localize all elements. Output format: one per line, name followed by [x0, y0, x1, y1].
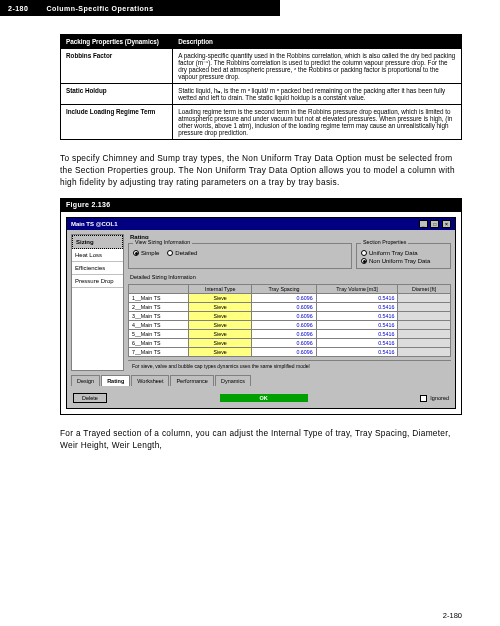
- window-controls: _ □ ×: [418, 220, 451, 228]
- body-paragraph-2: For a Trayed section of a column, you ca…: [60, 427, 462, 451]
- nav-item-sizing[interactable]: Sizing: [72, 235, 123, 249]
- grid-header: Tray Volume [m3]: [316, 285, 398, 294]
- radio-non-uniform-tray[interactable]: Non Uniform Tray Data: [361, 258, 446, 264]
- sizing-grid[interactable]: Internal Type Tray Spacing Tray Volume […: [128, 284, 451, 357]
- grid-row[interactable]: 2__Main TSSieve0.60960.5416: [129, 303, 451, 312]
- cell-diameter[interactable]: [398, 348, 451, 357]
- cell-name: 5__Main TS: [129, 330, 189, 339]
- window-title: Main TS @COL1: [71, 221, 118, 227]
- status-badge: OK: [220, 394, 308, 402]
- grid-header: Diamet [ft]: [398, 285, 451, 294]
- table-row: Static Holdup Static liquid, hₗₒ, is the…: [61, 84, 462, 105]
- cell-spacing[interactable]: 0.6096: [252, 303, 316, 312]
- table-header-desc: Description: [173, 35, 462, 49]
- cell-volume[interactable]: 0.5416: [316, 339, 398, 348]
- cell-diameter[interactable]: [398, 312, 451, 321]
- close-icon[interactable]: ×: [442, 220, 451, 228]
- prop-desc: Loading regime term is the second term i…: [173, 105, 462, 140]
- cell-type[interactable]: Sieve: [188, 312, 251, 321]
- cell-name: 3__Main TS: [129, 312, 189, 321]
- tab-performance[interactable]: Performance: [170, 375, 214, 386]
- section-properties-group: Section Properties Uniform Tray Data Non…: [356, 243, 451, 269]
- figure-frame: Main TS @COL1 _ □ × Sizing Heat Loss Eff…: [60, 211, 462, 415]
- dialog-window: Main TS @COL1 _ □ × Sizing Heat Loss Eff…: [66, 217, 456, 409]
- grid-hint: For sieve, valve and bubble cap types dy…: [128, 360, 451, 371]
- grid-header: [129, 285, 189, 294]
- section-properties-title: Section Properties: [361, 239, 408, 245]
- packing-properties-table: Packing Properties (Dynamics) Descriptio…: [60, 34, 462, 140]
- cell-diameter[interactable]: [398, 303, 451, 312]
- grid-row[interactable]: 4__Main TSSieve0.60960.5416: [129, 321, 451, 330]
- cell-name: 4__Main TS: [129, 321, 189, 330]
- cell-type[interactable]: Sieve: [188, 339, 251, 348]
- cell-type[interactable]: Sieve: [188, 303, 251, 312]
- cell-volume[interactable]: 0.5416: [316, 348, 398, 357]
- cell-name: 6__Main TS: [129, 339, 189, 348]
- checkbox-icon: [420, 395, 427, 402]
- body-paragraph-1: To specify Chimney and Sump tray types, …: [60, 152, 462, 188]
- cell-diameter[interactable]: [398, 330, 451, 339]
- cell-spacing[interactable]: 0.6096: [252, 330, 316, 339]
- radio-dot-icon: [361, 250, 367, 256]
- cell-diameter[interactable]: [398, 321, 451, 330]
- cell-volume[interactable]: 0.5416: [316, 312, 398, 321]
- detailed-sizing-label: Detailed Sizing Information: [130, 274, 451, 280]
- grid-row[interactable]: 5__Main TSSieve0.60960.5416: [129, 330, 451, 339]
- nav-item-heat-loss[interactable]: Heat Loss: [72, 249, 123, 262]
- cell-name: 2__Main TS: [129, 303, 189, 312]
- cell-type[interactable]: Sieve: [188, 348, 251, 357]
- cell-volume[interactable]: 0.5416: [316, 294, 398, 303]
- cell-type[interactable]: Sieve: [188, 294, 251, 303]
- ignored-checkbox[interactable]: Ignored: [420, 395, 449, 402]
- tab-design[interactable]: Design: [71, 375, 100, 386]
- view-sizing-group: View Sizing Information Simple Detailed: [128, 243, 352, 269]
- cell-volume[interactable]: 0.5416: [316, 303, 398, 312]
- delete-button[interactable]: Delete: [73, 393, 107, 403]
- cell-type[interactable]: Sieve: [188, 330, 251, 339]
- cell-diameter[interactable]: [398, 339, 451, 348]
- radio-detailed[interactable]: Detailed: [167, 250, 197, 256]
- radio-dot-icon: [361, 258, 367, 264]
- tab-dynamics[interactable]: Dynamics: [215, 375, 251, 386]
- maximize-icon[interactable]: □: [430, 220, 439, 228]
- header-section-number: 2-180: [8, 5, 46, 12]
- minimize-icon[interactable]: _: [419, 220, 428, 228]
- prop-name: Static Holdup: [61, 84, 173, 105]
- cell-spacing[interactable]: 0.6096: [252, 294, 316, 303]
- figure-label: Figure 2.136: [60, 198, 462, 211]
- cell-type[interactable]: Sieve: [188, 321, 251, 330]
- cell-name: 1__Main TS: [129, 294, 189, 303]
- table-header-name: Packing Properties (Dynamics): [61, 35, 173, 49]
- cell-diameter[interactable]: [398, 294, 451, 303]
- page-header: 2-180 Column-Specific Operations: [0, 0, 280, 16]
- grid-header: Tray Spacing: [252, 285, 316, 294]
- prop-desc: Static liquid, hₗₒ, is the m ³ liquid/ m…: [173, 84, 462, 105]
- page-number: 2-180: [443, 611, 462, 620]
- table-row: Robbins Factor A packing-specific quanti…: [61, 49, 462, 84]
- cell-spacing[interactable]: 0.6096: [252, 348, 316, 357]
- prop-name: Robbins Factor: [61, 49, 173, 84]
- radio-simple[interactable]: Simple: [133, 250, 159, 256]
- nav-item-pressure-drop[interactable]: Pressure Drop: [72, 275, 123, 288]
- cell-volume[interactable]: 0.5416: [316, 321, 398, 330]
- tab-rating[interactable]: Rating: [101, 375, 130, 386]
- tab-worksheet[interactable]: Worksheet: [131, 375, 169, 386]
- radio-dot-icon: [167, 250, 173, 256]
- cell-spacing[interactable]: 0.6096: [252, 312, 316, 321]
- side-nav: Sizing Heat Loss Efficiencies Pressure D…: [71, 234, 124, 371]
- cell-name: 7__Main TS: [129, 348, 189, 357]
- nav-item-efficiencies[interactable]: Efficiencies: [72, 262, 123, 275]
- table-row: Include Loading Regime Term Loading regi…: [61, 105, 462, 140]
- header-section-title: Column-Specific Operations: [46, 5, 153, 12]
- tabs-row: Design Rating Worksheet Performance Dyna…: [67, 375, 455, 390]
- grid-row[interactable]: 6__Main TSSieve0.60960.5416: [129, 339, 451, 348]
- radio-uniform-tray[interactable]: Uniform Tray Data: [361, 250, 446, 256]
- grid-row[interactable]: 1__Main TSSieve0.60960.5416: [129, 294, 451, 303]
- prop-desc: A packing-specific quantity used in the …: [173, 49, 462, 84]
- prop-name: Include Loading Regime Term: [61, 105, 173, 140]
- cell-volume[interactable]: 0.5416: [316, 330, 398, 339]
- grid-row[interactable]: 3__Main TSSieve0.60960.5416: [129, 312, 451, 321]
- cell-spacing[interactable]: 0.6096: [252, 339, 316, 348]
- cell-spacing[interactable]: 0.6096: [252, 321, 316, 330]
- grid-row[interactable]: 7__Main TSSieve0.60960.5416: [129, 348, 451, 357]
